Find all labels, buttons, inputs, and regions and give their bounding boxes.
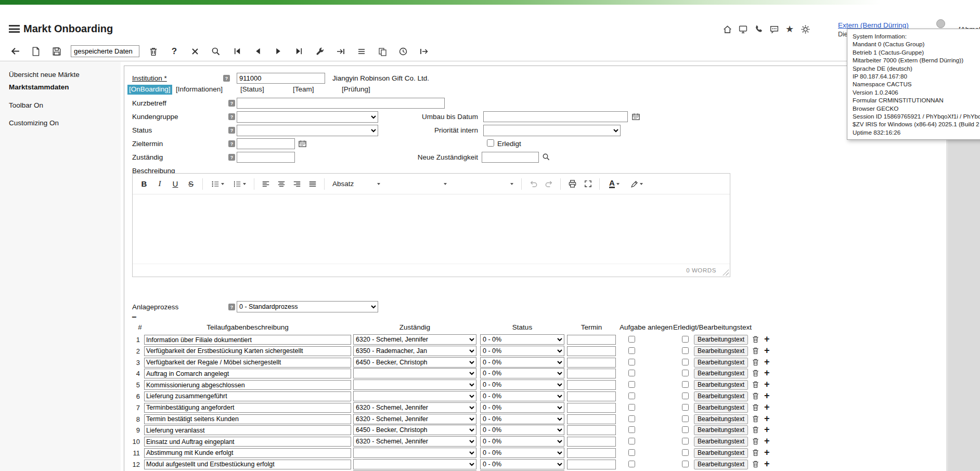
task-status-select[interactable]: 0 - 0% bbox=[480, 357, 564, 368]
task-edit-text-button[interactable]: Bearbeitungstext bbox=[694, 369, 748, 378]
task-status-select[interactable]: 0 - 0% bbox=[480, 425, 564, 435]
font-size-select[interactable] bbox=[452, 177, 517, 191]
task-description-input[interactable] bbox=[144, 335, 351, 345]
strikethrough-button[interactable]: S bbox=[184, 177, 198, 191]
editor-content-area[interactable] bbox=[133, 194, 730, 264]
kurzbetreff-help-icon[interactable]: ? bbox=[228, 100, 235, 107]
task-description-input[interactable] bbox=[144, 403, 351, 413]
help-icon[interactable]: ? bbox=[167, 45, 181, 58]
task-done-checkbox[interactable] bbox=[682, 461, 689, 467]
task-assignee-select[interactable] bbox=[353, 368, 476, 378]
task-termin-input[interactable] bbox=[567, 335, 616, 345]
task-edit-text-button[interactable]: Bearbeitungstext bbox=[694, 437, 748, 447]
task-edit-text-button[interactable]: Bearbeitungstext bbox=[694, 380, 748, 390]
redo-icon[interactable] bbox=[541, 177, 556, 191]
task-delete-icon[interactable] bbox=[752, 335, 760, 344]
task-termin-input[interactable] bbox=[567, 391, 616, 401]
task-edit-text-button[interactable]: Bearbeitungstext bbox=[694, 403, 748, 413]
task-create-checkbox[interactable] bbox=[628, 392, 635, 399]
task-done-checkbox[interactable] bbox=[682, 336, 689, 343]
task-edit-text-button[interactable]: Bearbeitungstext bbox=[694, 358, 748, 368]
task-add-icon[interactable]: + bbox=[764, 334, 770, 345]
tab-pruefung[interactable]: [Prüfung] bbox=[340, 85, 372, 95]
workstation-icon[interactable] bbox=[737, 23, 749, 35]
task-termin-input[interactable] bbox=[567, 403, 616, 413]
kundengruppe-help-icon[interactable]: ? bbox=[228, 113, 235, 120]
task-status-select[interactable]: 0 - 0% bbox=[480, 402, 564, 413]
institution-label[interactable]: Institution * bbox=[132, 74, 167, 82]
task-assignee-select[interactable]: 6350 - Rademacher, Jan bbox=[353, 346, 476, 356]
goto-record-icon[interactable] bbox=[334, 45, 347, 58]
task-termin-input[interactable] bbox=[567, 425, 616, 435]
erledigt-checkbox[interactable] bbox=[487, 139, 494, 147]
align-center-button[interactable] bbox=[274, 177, 289, 191]
task-edit-text-button[interactable]: Bearbeitungstext bbox=[694, 425, 748, 435]
task-add-icon[interactable]: + bbox=[764, 345, 770, 356]
task-assignee-select[interactable]: 6320 - Schemel, Jennifer bbox=[353, 436, 476, 447]
institution-help-icon[interactable]: ? bbox=[223, 75, 230, 82]
status-help-icon[interactable]: ? bbox=[228, 127, 235, 134]
zieltermin-input[interactable] bbox=[237, 138, 295, 149]
collapse-toggle[interactable]: − bbox=[132, 312, 136, 322]
task-create-checkbox[interactable] bbox=[628, 336, 635, 343]
task-status-select[interactable]: 0 - 0% bbox=[480, 391, 564, 401]
paragraph-format-select[interactable]: Absatz bbox=[329, 177, 384, 191]
bold-button[interactable]: B bbox=[137, 177, 151, 191]
task-delete-icon[interactable] bbox=[752, 415, 760, 423]
umbau-calendar-icon[interactable] bbox=[631, 112, 640, 121]
tab-status[interactable]: [Status] bbox=[239, 85, 266, 95]
task-termin-input[interactable] bbox=[567, 369, 616, 378]
sidebar-item-customizing-on[interactable]: Customizing On bbox=[9, 119, 121, 127]
sidebar-item-marktstammdaten[interactable]: Marktstammdaten bbox=[9, 83, 121, 91]
task-assignee-select[interactable]: 6450 - Becker, Christoph bbox=[353, 425, 476, 435]
task-edit-text-button[interactable]: Bearbeitungstext bbox=[694, 414, 748, 424]
resize-grip-icon[interactable] bbox=[723, 269, 729, 276]
task-edit-text-button[interactable]: Bearbeitungstext bbox=[694, 460, 748, 469]
task-delete-icon[interactable] bbox=[752, 347, 760, 355]
task-create-checkbox[interactable] bbox=[628, 415, 635, 422]
numbered-list-button[interactable] bbox=[229, 177, 250, 191]
save-icon[interactable] bbox=[50, 45, 63, 58]
current-user-link[interactable]: Extern (Bernd Dürring) bbox=[838, 21, 909, 29]
sidebar-item-toolbar-on[interactable]: Toolbar On bbox=[9, 101, 121, 110]
back-icon[interactable] bbox=[8, 45, 22, 58]
task-create-checkbox[interactable] bbox=[628, 404, 635, 411]
task-delete-icon[interactable] bbox=[752, 426, 760, 434]
neue-zustaendigkeit-input[interactable] bbox=[482, 152, 539, 163]
task-delete-icon[interactable] bbox=[752, 358, 760, 367]
list-icon[interactable] bbox=[355, 45, 368, 58]
task-create-checkbox[interactable] bbox=[628, 347, 635, 354]
task-add-icon[interactable]: + bbox=[764, 436, 770, 447]
task-add-icon[interactable]: + bbox=[764, 413, 770, 424]
task-add-icon[interactable]: + bbox=[764, 459, 770, 469]
task-delete-icon[interactable] bbox=[752, 381, 760, 389]
cancel-icon[interactable] bbox=[188, 45, 202, 58]
task-create-checkbox[interactable] bbox=[628, 461, 635, 467]
task-delete-icon[interactable] bbox=[752, 437, 760, 446]
previous-record-icon[interactable] bbox=[251, 45, 264, 58]
task-edit-text-button[interactable]: Bearbeitungstext bbox=[694, 335, 748, 345]
anlageprozess-select[interactable]: 0 - Standardprozess bbox=[237, 301, 378, 312]
zustaendigkeit-search-icon[interactable] bbox=[541, 152, 551, 162]
search-icon[interactable] bbox=[209, 45, 223, 58]
italic-button[interactable]: I bbox=[152, 177, 167, 191]
task-done-checkbox[interactable] bbox=[682, 426, 689, 433]
align-right-button[interactable] bbox=[290, 177, 304, 191]
task-assignee-select[interactable] bbox=[353, 391, 476, 401]
kundengruppe-select[interactable] bbox=[237, 111, 378, 123]
task-delete-icon[interactable] bbox=[752, 460, 760, 468]
task-create-checkbox[interactable] bbox=[628, 426, 635, 433]
task-description-input[interactable] bbox=[144, 358, 351, 368]
task-done-checkbox[interactable] bbox=[682, 381, 689, 388]
task-description-input[interactable] bbox=[144, 460, 351, 469]
task-status-select[interactable]: 0 - 0% bbox=[480, 436, 564, 447]
font-family-select[interactable] bbox=[385, 177, 450, 191]
star-icon[interactable]: ★ bbox=[784, 23, 795, 35]
tab-team[interactable]: [Team] bbox=[291, 85, 316, 95]
bullet-list-button[interactable] bbox=[207, 177, 228, 191]
task-assignee-select[interactable] bbox=[353, 459, 476, 469]
task-edit-text-button[interactable]: Bearbeitungstext bbox=[694, 448, 748, 458]
settings-gear-icon[interactable] bbox=[800, 23, 811, 35]
task-description-input[interactable] bbox=[144, 346, 351, 356]
new-document-icon[interactable] bbox=[29, 45, 43, 58]
